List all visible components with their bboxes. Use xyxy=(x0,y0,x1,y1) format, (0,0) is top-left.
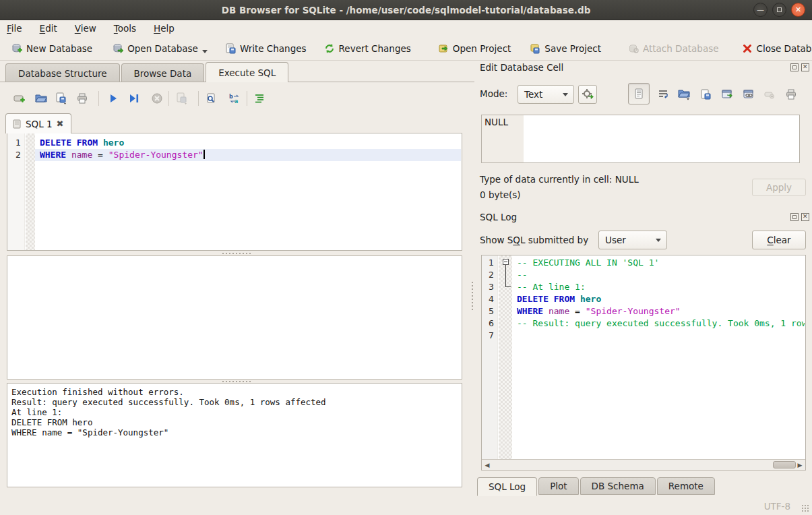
database-attach-icon xyxy=(628,43,639,54)
close-panel-icon[interactable] xyxy=(801,213,809,221)
line-number: 2 xyxy=(480,269,494,281)
log-line: DELETE FROM hero xyxy=(512,293,805,305)
text-mode-button[interactable] xyxy=(628,83,650,104)
line-number: 1 xyxy=(7,137,21,149)
export-file-icon xyxy=(700,89,712,100)
save-sql-file-button[interactable] xyxy=(53,90,71,107)
resize-grip[interactable] xyxy=(801,504,809,512)
open-database-button[interactable]: Open Database xyxy=(107,40,204,57)
menu-file[interactable]: File xyxy=(7,23,22,34)
execute-line-button[interactable] xyxy=(125,90,143,107)
sql-tab[interactable]: SQL 1 ✖ xyxy=(5,113,71,133)
close-sql-tab-icon[interactable]: ✖ xyxy=(57,119,64,129)
close-database-button[interactable]: Close Database xyxy=(737,40,812,57)
export-cell-button[interactable] xyxy=(697,85,716,104)
attach-database-button: Attach Database xyxy=(623,40,724,57)
scrollbar-thumb[interactable] xyxy=(773,461,796,468)
cell-size-text: 0 byte(s) xyxy=(480,189,521,200)
svg-text:b: b xyxy=(229,94,233,100)
print-sql-button[interactable] xyxy=(73,90,91,107)
log-fold-margin xyxy=(499,255,512,470)
tab-plot[interactable]: Plot xyxy=(538,477,578,495)
maximize-icon xyxy=(777,7,782,12)
write-changes-button[interactable]: Write Changes xyxy=(220,40,312,57)
maximize-button[interactable] xyxy=(772,3,786,17)
results-grid-pane[interactable] xyxy=(7,255,462,380)
line-number: 2 xyxy=(7,149,21,161)
editor-code-line[interactable]: DELETE FROM hero xyxy=(35,137,461,149)
word-wrap-icon xyxy=(658,89,668,100)
log-line-number-gutter: 1 2 3 4 5 6 7 xyxy=(482,255,498,470)
scroll-left-arrow[interactable]: ◀ xyxy=(483,461,491,469)
sql-log-filter-combobox[interactable]: User xyxy=(598,231,667,249)
execution-message-pane[interactable]: Execution finished without errors. Resul… xyxy=(7,383,462,487)
float-panel-icon[interactable] xyxy=(790,63,799,71)
tab-execute-sql[interactable]: Execute SQL xyxy=(206,62,288,82)
print-cell-button[interactable] xyxy=(782,85,801,104)
tab-browse-data[interactable]: Browse Data xyxy=(121,63,205,82)
save-project-button[interactable]: Save Project xyxy=(524,40,606,57)
dock-tab-bar: SQL Log Plot DB Schema Remote xyxy=(477,477,716,496)
find-button[interactable] xyxy=(202,90,220,107)
close-button[interactable]: ✕ xyxy=(791,3,805,17)
tab-database-structure[interactable]: Database Structure xyxy=(5,63,120,82)
scroll-right-arrow[interactable]: ▶ xyxy=(796,461,804,469)
stop-icon xyxy=(152,93,162,104)
splitter-handle[interactable] xyxy=(222,251,252,255)
set-null-icon xyxy=(763,89,776,100)
line-number: 1 xyxy=(480,257,494,269)
save-results-button xyxy=(174,90,191,107)
mode-combobox[interactable]: Text xyxy=(518,85,574,104)
tab-sql-log[interactable]: SQL Log xyxy=(477,477,537,496)
open-project-button[interactable]: Open Project xyxy=(433,40,517,57)
title-bar[interactable]: DB Browser for SQLite - /home/user/code/… xyxy=(0,0,812,20)
copy-link-button[interactable] xyxy=(740,85,759,104)
fold-connector xyxy=(505,286,511,287)
new-tab-icon xyxy=(13,93,26,104)
new-tab-button[interactable] xyxy=(11,90,28,107)
tab-db-schema[interactable]: DB Schema xyxy=(580,477,656,495)
show-sql-label: Show SQL submitted by xyxy=(480,235,588,245)
apply-mode-button[interactable] xyxy=(578,85,597,104)
mode-value: Text xyxy=(524,89,542,100)
find-replace-icon: ba xyxy=(228,93,241,104)
sql-toolbar-separator xyxy=(247,91,247,106)
minimize-button[interactable]: — xyxy=(753,3,768,17)
sql-toolbar-separator xyxy=(98,91,99,106)
close-panel-icon[interactable] xyxy=(801,63,809,71)
log-horizontal-scrollbar[interactable]: ◀ ▶ xyxy=(482,459,805,470)
execute-all-icon xyxy=(108,93,119,104)
sql-toolbar-separator xyxy=(198,91,199,106)
editor-code-line-current[interactable]: WHERE name = "Spider-Youngster" xyxy=(35,149,461,161)
tab-remote[interactable]: Remote xyxy=(657,477,715,495)
line-number: 4 xyxy=(480,293,494,305)
float-panel-icon[interactable] xyxy=(790,213,799,221)
find-replace-button[interactable]: ba xyxy=(226,90,243,107)
format-sql-button[interactable] xyxy=(251,90,268,107)
menu-view[interactable]: View xyxy=(75,23,96,34)
revert-changes-button[interactable]: Revert Changes xyxy=(319,40,416,57)
open-external-button[interactable] xyxy=(718,85,737,104)
apply-button: Apply xyxy=(752,179,806,196)
log-line: -- Result: query executed successfully. … xyxy=(512,317,805,330)
menu-edit[interactable]: Edit xyxy=(40,23,57,34)
cell-value-editor[interactable]: NULL xyxy=(481,115,800,163)
open-sql-file-button[interactable] xyxy=(32,90,50,107)
word-wrap-button[interactable] xyxy=(654,85,673,104)
new-database-button[interactable]: New Database xyxy=(6,40,98,57)
execute-all-button[interactable] xyxy=(104,90,122,107)
open-database-dropdown-caret[interactable] xyxy=(202,50,208,53)
menu-tools[interactable]: Tools xyxy=(114,23,136,34)
database-new-icon xyxy=(11,43,22,54)
dock-splitter-handle[interactable] xyxy=(470,282,474,311)
project-save-icon xyxy=(530,43,540,54)
sql-log-view[interactable]: 1 2 3 4 5 6 7 -- EXECUTING ALL IN 'SQL 1… xyxy=(481,255,806,471)
menu-help[interactable]: Help xyxy=(154,23,175,34)
fold-collapse-icon[interactable] xyxy=(503,259,509,265)
sql-editor[interactable]: 1 2 DELETE FROM hero WHERE name = "Spide… xyxy=(7,133,462,251)
log-line xyxy=(512,330,805,342)
edit-cell-title: Edit Database Cell xyxy=(480,62,563,73)
clear-log-button[interactable]: Clear xyxy=(752,231,806,249)
revert-changes-icon xyxy=(324,43,335,54)
import-cell-button[interactable] xyxy=(675,85,694,104)
